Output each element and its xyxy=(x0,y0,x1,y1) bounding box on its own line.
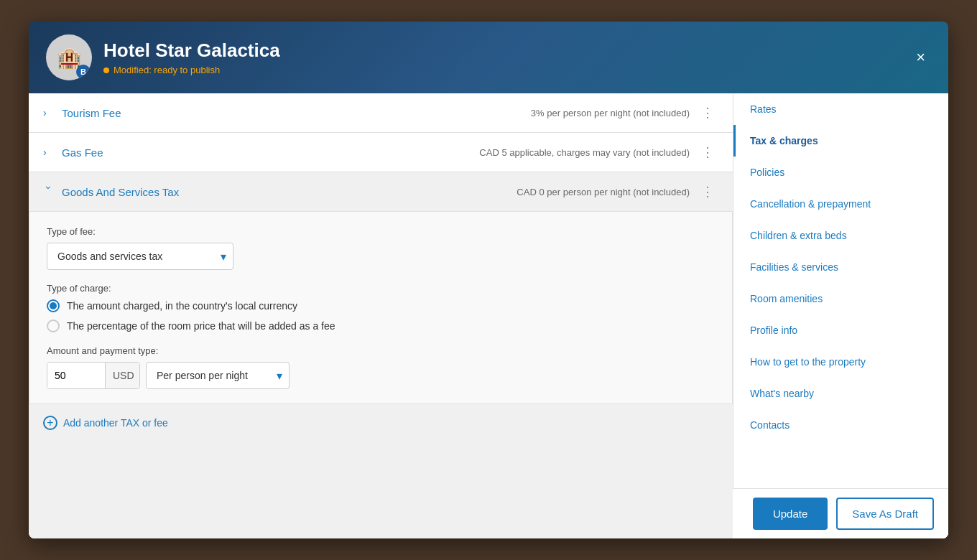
sidebar-item-tax-charges[interactable]: Tax & charges xyxy=(733,125,948,157)
close-button[interactable]: × xyxy=(910,45,931,70)
hotel-name: Hotel Star Galactica xyxy=(103,39,280,62)
charge-option-amount[interactable]: The amount charged, in the country's loc… xyxy=(47,299,715,312)
currency-label: USD xyxy=(105,363,140,388)
hotel-logo: 🏨 B xyxy=(46,34,92,80)
sidebar-item-how-to-get-label: How to get to the property xyxy=(750,356,866,368)
sidebar-item-policies[interactable]: Policies xyxy=(733,157,948,188)
charge-option-percentage[interactable]: The percentage of the room price that wi… xyxy=(47,319,715,332)
tourism-chevron-icon: › xyxy=(43,107,55,118)
gst-fee-detail: CAD 0 per person per night (not included… xyxy=(517,187,690,197)
amount-section: Amount and payment type: USD Per person … xyxy=(47,345,715,389)
modal-footer: Update Save As Draft xyxy=(733,488,948,538)
gas-fee-detail: CAD 5 applicable, charges may vary (not … xyxy=(479,147,690,158)
sidebar-item-facilities-label: Facilities & services xyxy=(750,261,838,273)
main-content: › Tourism Fee 3% per person per night (n… xyxy=(29,93,733,538)
sidebar-item-facilities[interactable]: Facilities & services xyxy=(733,251,948,283)
charge-option-percentage-label: The percentage of the room price that wi… xyxy=(67,320,335,332)
sidebar-item-whats-nearby-label: What's nearby xyxy=(750,388,814,399)
sidebar-item-children-label: Children & extra beds xyxy=(750,230,847,241)
tourism-fee-detail: 3% per person per night (not included) xyxy=(531,108,690,118)
payment-type-wrapper: Per person per night ▾ xyxy=(146,362,290,389)
add-tax-row: + Add another TAX or fee xyxy=(29,404,733,442)
fee-row-gst[interactable]: › Goods And Services Tax CAD 0 per perso… xyxy=(29,172,733,212)
radio-percentage[interactable] xyxy=(47,319,60,332)
sidebar-item-rates-label: Rates xyxy=(750,103,777,115)
sidebar-item-tax-charges-label: Tax & charges xyxy=(750,135,818,146)
fee-row-gas[interactable]: › Gas Fee CAD 5 applicable, charges may … xyxy=(29,133,733,172)
sidebar-item-cancellation[interactable]: Cancellation & prepayment xyxy=(733,188,948,220)
sidebar-item-room-amenities[interactable]: Room amenities xyxy=(733,283,948,314)
status-text: Modified: ready to publish xyxy=(114,65,220,75)
type-of-charge-section: Type of charge: The amount charged, in t… xyxy=(47,283,715,332)
sidebar-item-how-to-get[interactable]: How to get to the property xyxy=(733,346,948,378)
type-of-charge-label: Type of charge: xyxy=(47,283,715,294)
add-tax-button[interactable]: + Add another TAX or fee xyxy=(43,416,168,430)
amount-input[interactable] xyxy=(47,363,105,388)
gas-fee-menu-icon[interactable]: ⋮ xyxy=(697,143,718,162)
amount-input-wrapper: USD xyxy=(47,362,140,389)
update-button[interactable]: Update xyxy=(753,498,828,530)
sidebar-item-contacts-label: Contacts xyxy=(750,419,790,431)
sidebar-item-room-amenities-label: Room amenities xyxy=(750,293,823,304)
type-of-fee-select[interactable]: Goods and services tax xyxy=(47,243,233,270)
save-as-draft-button[interactable]: Save As Draft xyxy=(836,498,934,530)
gst-fee-menu-icon[interactable]: ⋮ xyxy=(697,182,718,201)
gas-chevron-icon: › xyxy=(43,146,55,158)
add-tax-plus-icon: + xyxy=(43,416,57,430)
charge-option-amount-label: The amount charged, in the country's loc… xyxy=(67,300,297,312)
amount-row: USD Per person per night ▾ xyxy=(47,362,715,389)
modal-body: › Tourism Fee 3% per person per night (n… xyxy=(29,93,948,538)
modal-container: 🏨 B Hotel Star Galactica Modified: ready… xyxy=(29,22,948,538)
radio-amount-selected[interactable] xyxy=(47,299,60,312)
type-of-fee-wrapper: Goods and services tax ▾ xyxy=(47,243,233,270)
tourism-fee-name: Tourism Fee xyxy=(62,107,531,119)
status-dot xyxy=(103,67,109,73)
sidebar-item-rates[interactable]: Rates xyxy=(733,93,948,125)
sidebar-item-policies-label: Policies xyxy=(750,167,784,178)
sidebar-item-whats-nearby[interactable]: What's nearby xyxy=(733,378,948,409)
hotel-info: 🏨 B Hotel Star Galactica Modified: ready… xyxy=(46,34,280,80)
gas-fee-name: Gas Fee xyxy=(62,146,479,159)
gst-chevron-icon: › xyxy=(43,186,55,197)
fee-row-tourism[interactable]: › Tourism Fee 3% per person per night (n… xyxy=(29,93,733,133)
expanded-content: Type of fee: Goods and services tax ▾ Ty… xyxy=(29,212,732,403)
sidebar: Rates Tax & charges Policies Cancellatio… xyxy=(733,93,948,538)
sidebar-item-contacts[interactable]: Contacts xyxy=(733,409,948,441)
sidebar-item-children[interactable]: Children & extra beds xyxy=(733,220,948,251)
sidebar-item-profile-info[interactable]: Profile info xyxy=(733,314,948,346)
add-tax-label: Add another TAX or fee xyxy=(63,417,168,429)
sidebar-item-cancellation-label: Cancellation & prepayment xyxy=(750,198,871,210)
tourism-fee-menu-icon[interactable]: ⋮ xyxy=(697,103,718,122)
fee-expanded-card: Type of fee: Goods and services tax ▾ Ty… xyxy=(29,212,733,404)
hotel-text: Hotel Star Galactica Modified: ready to … xyxy=(103,39,280,75)
sidebar-item-profile-info-label: Profile info xyxy=(750,325,797,336)
payment-type-select[interactable]: Per person per night xyxy=(146,362,290,389)
modal-header: 🏨 B Hotel Star Galactica Modified: ready… xyxy=(29,22,948,93)
hotel-status: Modified: ready to publish xyxy=(103,65,280,75)
gst-fee-name: Goods And Services Tax xyxy=(62,186,517,198)
hotel-logo-badge: B xyxy=(76,65,91,79)
type-of-fee-label: Type of fee: xyxy=(47,226,715,237)
amount-label: Amount and payment type: xyxy=(47,345,715,356)
